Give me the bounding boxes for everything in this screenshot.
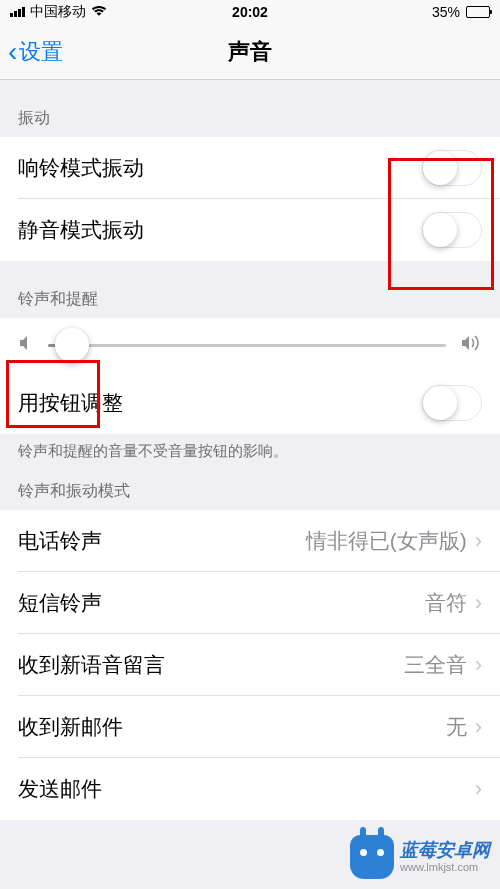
back-button[interactable]: ‹ 设置 [0, 36, 63, 68]
signal-icon [10, 7, 25, 17]
chevron-left-icon: ‹ [8, 36, 17, 68]
status-bar: 中国移动 20:02 35% [0, 0, 500, 24]
status-time: 20:02 [232, 4, 268, 20]
sent-mail-cell[interactable]: 发送邮件 › [0, 758, 500, 820]
battery-icon [463, 6, 490, 18]
silent-vibration-cell[interactable]: 静音模式振动 [0, 199, 500, 261]
ring-vibration-label: 响铃模式振动 [18, 154, 144, 182]
ringtone-cell[interactable]: 电话铃声 情非得已(女声版) › [0, 510, 500, 572]
ringtone-label: 电话铃声 [18, 527, 102, 555]
button-adjust-cell[interactable]: 用按钮调整 [0, 372, 500, 434]
new-mail-label: 收到新邮件 [18, 713, 123, 741]
voicemail-label: 收到新语音留言 [18, 651, 165, 679]
text-tone-label: 短信铃声 [18, 589, 102, 617]
wifi-icon [91, 4, 107, 20]
slider-thumb[interactable] [55, 328, 89, 362]
chevron-right-icon: › [475, 652, 482, 678]
ring-vibration-cell[interactable]: 响铃模式振动 [0, 137, 500, 199]
voicemail-value: 三全音 [404, 651, 467, 679]
ringer-footer: 铃声和提醒的音量不受音量按钮的影响。 [0, 434, 500, 469]
chevron-right-icon: › [475, 590, 482, 616]
section-header-sounds: 铃声和振动模式 [0, 469, 500, 510]
chevron-right-icon: › [475, 528, 482, 554]
watermark-title: 蓝莓安卓网 [400, 840, 490, 862]
sent-mail-label: 发送邮件 [18, 775, 102, 803]
chevron-right-icon: › [475, 776, 482, 802]
silent-vibration-label: 静音模式振动 [18, 216, 144, 244]
watermark-url: www.lmkjst.com [400, 861, 490, 874]
carrier-label: 中国移动 [30, 3, 86, 21]
watermark-icon [350, 835, 394, 879]
ringtone-value: 情非得已(女声版) [306, 527, 467, 555]
text-tone-value: 音符 [425, 589, 467, 617]
status-left: 中国移动 [10, 3, 107, 21]
back-label: 设置 [19, 37, 63, 67]
battery-percent: 35% [432, 4, 460, 20]
chevron-right-icon: › [475, 714, 482, 740]
speaker-high-icon [460, 334, 482, 356]
new-mail-value: 无 [446, 713, 467, 741]
button-adjust-label: 用按钮调整 [18, 389, 123, 417]
vibration-group: 响铃模式振动 静音模式振动 [0, 137, 500, 261]
ring-vibration-toggle[interactable] [422, 150, 482, 186]
speaker-low-icon [18, 335, 34, 355]
volume-slider[interactable] [48, 344, 446, 347]
page-title: 声音 [228, 37, 272, 67]
ringer-group: 用按钮调整 [0, 318, 500, 434]
section-header-vibration: 振动 [0, 80, 500, 137]
section-header-ringer: 铃声和提醒 [0, 261, 500, 318]
text-tone-cell[interactable]: 短信铃声 音符 › [0, 572, 500, 634]
nav-bar: ‹ 设置 声音 [0, 24, 500, 80]
sounds-group: 电话铃声 情非得已(女声版) › 短信铃声 音符 › 收到新语音留言 三全音 ›… [0, 510, 500, 820]
status-right: 35% [432, 4, 490, 20]
silent-vibration-toggle[interactable] [422, 212, 482, 248]
voicemail-cell[interactable]: 收到新语音留言 三全音 › [0, 634, 500, 696]
watermark: 蓝莓安卓网 www.lmkjst.com [350, 835, 490, 879]
button-adjust-toggle[interactable] [422, 385, 482, 421]
volume-slider-cell [0, 318, 500, 372]
new-mail-cell[interactable]: 收到新邮件 无 › [0, 696, 500, 758]
